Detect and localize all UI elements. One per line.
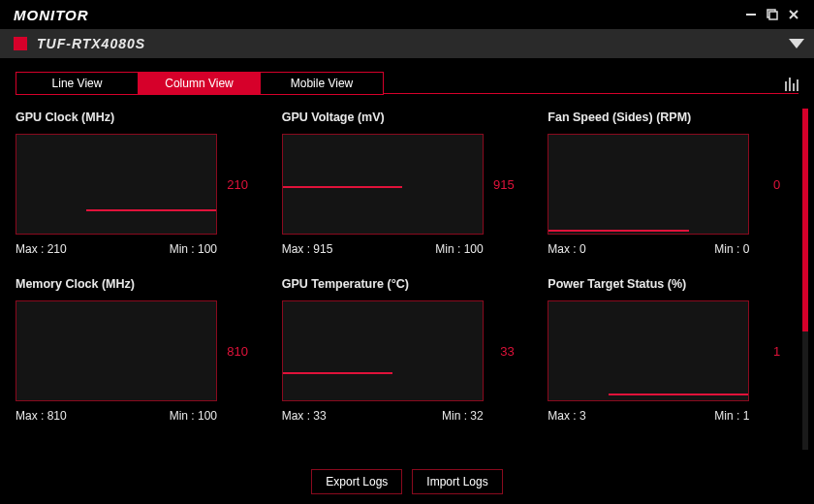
device-bar: TUF-RTX4080S (0, 29, 814, 58)
chart-line (609, 394, 748, 395)
scrollbar-thumb[interactable] (802, 109, 808, 331)
metric-title: Power Target Status (%) (548, 277, 789, 291)
metric-title: Memory Clock (MHz) (16, 277, 257, 291)
metric-min: Min : 32 (442, 409, 484, 423)
maximize-icon[interactable] (762, 4, 783, 25)
metric-title: GPU Voltage (mV) (282, 110, 523, 124)
metric-min: Min : 1 (714, 409, 749, 423)
metric-chart (16, 134, 217, 235)
window-title: MONITOR (14, 7, 740, 23)
metric-chart (548, 134, 749, 235)
metric-chart (16, 300, 217, 401)
tab-mobile-view[interactable]: Mobile View (261, 73, 383, 94)
import-logs-button[interactable]: Import Logs (412, 469, 502, 494)
metric-panel: Fan Speed (Sides) (RPM)0Max : 0Min : 0 (548, 110, 789, 256)
export-logs-button[interactable]: Export Logs (311, 469, 402, 494)
metric-panel: GPU Clock (MHz)210Max : 210Min : 100 (16, 110, 257, 256)
chart-line (283, 372, 392, 374)
metric-min: Min : 100 (170, 409, 217, 423)
metric-max: Max : 3 (548, 409, 585, 423)
metric-panel: Power Target Status (%)1Max : 3Min : 1 (548, 277, 789, 423)
svg-rect-0 (746, 14, 756, 16)
svg-rect-2 (769, 12, 777, 19)
metric-panel: Memory Clock (MHz)810Max : 810Min : 100 (16, 277, 257, 423)
metric-min: Min : 100 (435, 242, 483, 256)
chart-line (283, 186, 403, 188)
view-tabs: Line View Column View Mobile View (16, 72, 384, 95)
metric-current-value: 33 (484, 344, 515, 359)
metric-title: GPU Temperature (°C) (282, 277, 523, 291)
metric-max: Max : 33 (282, 409, 327, 423)
close-icon[interactable] (783, 4, 804, 25)
vertical-scrollbar[interactable] (802, 109, 808, 450)
minimize-icon[interactable] (740, 4, 762, 25)
metric-max: Max : 810 (16, 409, 67, 423)
metric-title: Fan Speed (Sides) (RPM) (548, 110, 789, 124)
title-bar: MONITOR (0, 0, 814, 29)
metric-max: Max : 0 (548, 242, 585, 256)
chart-line (548, 230, 688, 232)
metric-current-value: 1 (749, 344, 780, 359)
metric-chart (282, 134, 484, 235)
settings-sliders-icon[interactable] (785, 78, 798, 93)
metric-current-value: 915 (484, 177, 515, 192)
tab-column-view[interactable]: Column View (139, 73, 261, 94)
device-dropdown-icon[interactable] (789, 39, 804, 48)
device-name: TUF-RTX4080S (37, 36, 789, 51)
metric-min: Min : 100 (170, 242, 217, 256)
metric-chart (548, 300, 749, 401)
metric-panel: GPU Voltage (mV)915Max : 915Min : 100 (282, 110, 523, 256)
metric-current-value: 0 (749, 177, 780, 192)
metric-min: Min : 0 (714, 242, 749, 256)
metric-max: Max : 210 (16, 242, 67, 256)
chart-line (86, 209, 216, 211)
metric-max: Max : 915 (282, 242, 333, 256)
metric-panel: GPU Temperature (°C)33Max : 33Min : 32 (282, 277, 523, 423)
metric-chart (282, 300, 484, 401)
metric-current-value: 810 (217, 344, 248, 359)
device-color-swatch (14, 37, 27, 50)
tab-line-view[interactable]: Line View (16, 73, 139, 94)
metric-title: GPU Clock (MHz) (16, 110, 257, 124)
metric-current-value: 210 (217, 177, 248, 192)
